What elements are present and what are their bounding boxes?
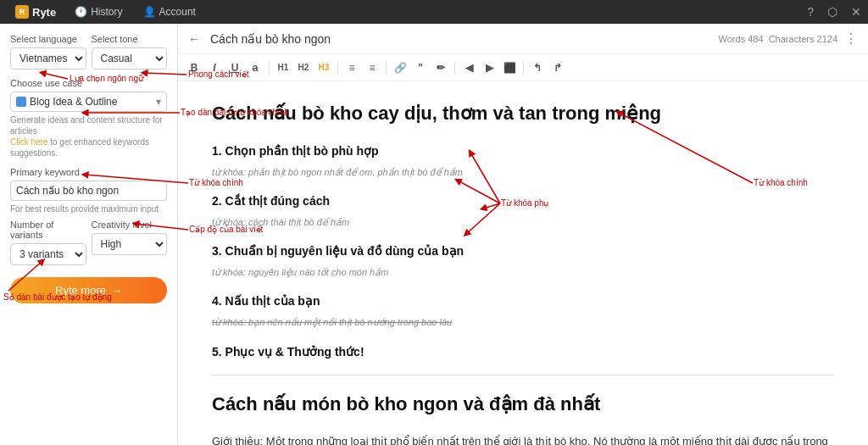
intro-paragraph: Giới thiệu: Một trong những loại thịt ph… bbox=[212, 432, 834, 445]
app-logo: R Ryte bbox=[7, 5, 64, 19]
language-section: Select language Vietnamese bbox=[10, 34, 86, 70]
section-divider bbox=[212, 375, 834, 375]
section-1-keywords: từ khóa: phần thịt bò ngon nhất để om, p… bbox=[212, 164, 834, 181]
use-case-hint: Generate ideas and content structure for… bbox=[10, 114, 167, 159]
bullet-list-button[interactable]: ≡ bbox=[342, 58, 361, 77]
toolbar-separator-1 bbox=[269, 61, 270, 75]
content-topbar: ← Cách nấu bò kho ngon Words 484 Charact… bbox=[178, 24, 868, 54]
logo-icon: R bbox=[15, 5, 29, 19]
ryte-btn-arrow-icon: → bbox=[111, 284, 122, 297]
content-area: ← Cách nấu bò kho ngon Words 484 Charact… bbox=[178, 24, 868, 445]
creativity-label: Creativity level bbox=[92, 220, 168, 230]
variants-creativity-row: Number of variants 3 variants Creativity… bbox=[10, 220, 167, 265]
section-1-heading: 1. Chọn phần thịt bò phù hợp bbox=[212, 142, 834, 160]
tone-section: Select tone Casual bbox=[92, 34, 168, 70]
variants-label: Number of variants bbox=[10, 220, 86, 240]
lang-tone-row: Select language Vietnamese Select tone C… bbox=[10, 34, 167, 70]
section-3-keywords: từ khóa: nguyên liệu nào tốt cho món hầm bbox=[212, 264, 834, 281]
main-heading-2: Cách nấu món bò kho ngon và đậm đà nhất bbox=[212, 389, 834, 419]
document-title: Cách nấu bò kho ngon bbox=[210, 32, 712, 46]
language-select[interactable]: Vietnamese bbox=[10, 47, 86, 70]
ryte-btn-label: Ryte more bbox=[55, 284, 106, 297]
history-label: History bbox=[91, 6, 122, 18]
section-2-heading: 2. Cắt thịt đúng cách bbox=[212, 192, 834, 210]
use-case-value: Blog Idea & Outline bbox=[30, 96, 117, 108]
help-icon[interactable]: ? bbox=[807, 5, 814, 19]
redo-button[interactable]: ↱ bbox=[548, 58, 567, 77]
editor-toolbar: B I U a H1 H2 H3 ≡ ≡ 🔗 " ✏ ◀ ▶ ⬛ ↰ ↱ bbox=[178, 54, 868, 81]
undo-button[interactable]: ↰ bbox=[528, 58, 547, 77]
align-right-button[interactable]: ⬛ bbox=[500, 58, 519, 77]
section-4-keywords: từ khóa: bạn nên nấu một nồi thịt bò nướ… bbox=[212, 314, 834, 331]
ryte-more-button[interactable]: Ryte more → bbox=[10, 277, 167, 303]
language-label: Select language bbox=[10, 34, 86, 44]
variants-select[interactable]: 3 variants bbox=[10, 243, 86, 265]
tone-label: Select tone bbox=[92, 34, 168, 44]
account-icon: 👤 bbox=[143, 6, 156, 18]
toolbar-separator-5 bbox=[523, 61, 524, 75]
app-name: Ryte bbox=[32, 6, 56, 19]
h3-button[interactable]: H3 bbox=[314, 58, 333, 77]
align-center-button[interactable]: ▶ bbox=[480, 58, 498, 77]
more-options-icon[interactable]: ⋮ bbox=[844, 31, 858, 47]
main-heading-1: Cách nấu bò kho cay dịu, thơm và tan tro… bbox=[212, 98, 834, 128]
ordered-list-button[interactable]: ≡ bbox=[363, 58, 381, 77]
italic-button[interactable]: I bbox=[205, 58, 224, 77]
creativity-section: Creativity level High bbox=[92, 220, 168, 265]
toolbar-separator-2 bbox=[337, 61, 338, 75]
main-layout: Select language Vietnamese Select tone C… bbox=[0, 24, 868, 445]
primary-keyword-label: Primary keyword bbox=[10, 167, 167, 177]
toolbar-separator-3 bbox=[386, 61, 387, 75]
history-icon: 🕐 bbox=[75, 6, 87, 18]
sidebar: Select language Vietnamese Select tone C… bbox=[0, 24, 178, 445]
strikethrough-button[interactable]: a bbox=[246, 58, 264, 77]
use-case-label: Choose use case bbox=[10, 78, 167, 88]
link-button[interactable]: 🔗 bbox=[391, 58, 409, 77]
section-2-keywords: từ khóa: cách thái thịt bò để hầm bbox=[212, 214, 834, 231]
underline-button[interactable]: U bbox=[225, 58, 244, 77]
history-tab[interactable]: 🕐 History bbox=[64, 0, 132, 24]
quote-button[interactable]: " bbox=[411, 58, 430, 77]
creativity-select[interactable]: High bbox=[92, 233, 168, 255]
external-icon[interactable]: ⬡ bbox=[827, 5, 837, 19]
h1-button[interactable]: H1 bbox=[274, 58, 292, 77]
editor-content[interactable]: Cách nấu bò kho cay dịu, thơm và tan tro… bbox=[178, 81, 868, 445]
toolbar-separator-4 bbox=[454, 61, 455, 75]
titlebar: R Ryte 🕐 History 👤 Account ? ⬡ ✕ bbox=[0, 0, 868, 24]
account-label: Account bbox=[159, 6, 196, 18]
section-3-heading: 3. Chuẩn bị nguyên liệu và đồ dùng của b… bbox=[212, 242, 834, 260]
keyword-input-hint: For best results provide maximum input bbox=[10, 203, 167, 214]
primary-keyword-input[interactable] bbox=[10, 181, 167, 201]
keyword-hint-link[interactable]: Click here bbox=[10, 137, 47, 147]
align-left-button[interactable]: ◀ bbox=[459, 58, 478, 77]
bold-button[interactable]: B bbox=[185, 58, 203, 77]
close-icon[interactable]: ✕ bbox=[851, 5, 861, 19]
h2-button[interactable]: H2 bbox=[294, 58, 313, 77]
use-case-icon bbox=[16, 97, 26, 107]
word-count: Words 484 Characters 2124 bbox=[719, 34, 837, 44]
variants-section: Number of variants 3 variants bbox=[10, 220, 86, 265]
account-tab[interactable]: 👤 Account bbox=[133, 0, 206, 24]
use-case-dropdown[interactable]: Blog Idea & Outline ▾ bbox=[10, 92, 167, 112]
tone-select[interactable]: Casual bbox=[92, 47, 168, 70]
back-arrow-icon[interactable]: ← bbox=[188, 32, 200, 46]
highlight-button[interactable]: ✏ bbox=[431, 58, 450, 77]
section-4-heading: 4. Nấu thịt của bạn bbox=[212, 292, 834, 310]
window-controls: ? ⬡ ✕ bbox=[807, 5, 861, 19]
section-5-heading: 5. Phục vụ & Thưởng thức! bbox=[212, 342, 834, 361]
